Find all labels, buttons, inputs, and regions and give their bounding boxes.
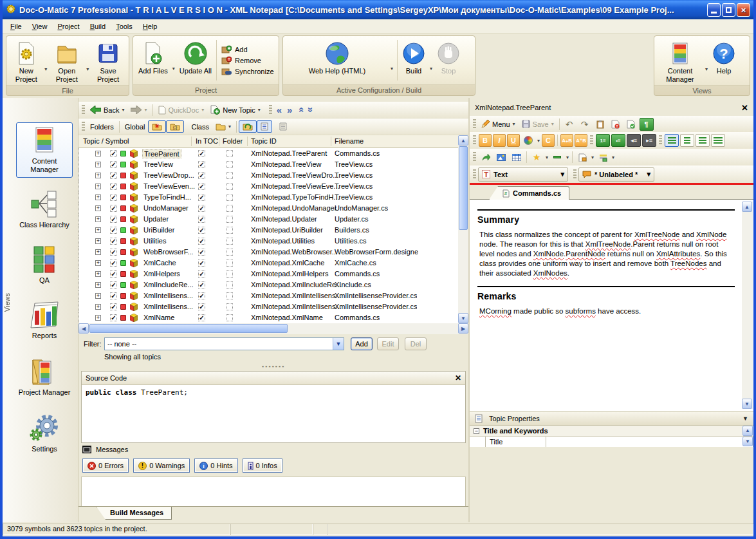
row-checkbox[interactable]: ✓: [110, 270, 117, 278]
insert-section-dropdown[interactable]: ▾: [591, 155, 594, 160]
next-topic-button[interactable]: »: [284, 104, 295, 115]
insert-link-button[interactable]: [479, 151, 493, 164]
properties-scrollbar[interactable]: ▲ ▼: [742, 426, 753, 447]
insert-rule-dropdown[interactable]: ▾: [566, 155, 569, 160]
row-checkbox[interactable]: ✓: [110, 194, 117, 201]
add-files-dropdown[interactable]: ▾: [171, 66, 177, 71]
insert-symbol-button[interactable]: ★: [530, 151, 544, 164]
editor-close-icon[interactable]: ✕: [741, 103, 748, 113]
in-toc-checkbox[interactable]: ✓: [198, 303, 205, 310]
expand-icon[interactable]: +: [95, 238, 101, 244]
source-code-close-icon[interactable]: ✕: [455, 374, 461, 383]
align-left-button[interactable]: [665, 134, 679, 147]
topic-name[interactable]: UndoManager: [142, 204, 190, 212]
align-right-button[interactable]: [696, 134, 710, 147]
insert-symbol-dropdown[interactable]: ▾: [546, 155, 548, 160]
expand-icon[interactable]: +: [95, 282, 101, 288]
in-toc-checkbox[interactable]: ✓: [198, 205, 205, 212]
folder-checkbox[interactable]: [226, 161, 233, 168]
expand-icon[interactable]: +: [95, 315, 101, 321]
topic-table-header[interactable]: Topic / Symbol In TOC Folder Topic ID Fi…: [78, 135, 458, 148]
topic-name[interactable]: Utilities: [142, 237, 167, 245]
text-style-dropdown[interactable]: T Text ▾: [478, 167, 568, 182]
infos-toggle-button[interactable]: 0 Infos: [243, 459, 282, 473]
insert-block-button[interactable]: [596, 151, 610, 164]
add-files-button[interactable]: Add Files: [136, 37, 171, 83]
row-checkbox[interactable]: ✓: [110, 161, 117, 168]
topic-name[interactable]: XmlIntellisens...: [142, 303, 194, 310]
menu-file[interactable]: File: [5, 21, 27, 32]
folder-checkbox[interactable]: [226, 238, 233, 245]
save-project-button[interactable]: Save Project: [90, 37, 126, 84]
hscroll-thumb[interactable]: [89, 324, 288, 333]
web-help-dropdown[interactable]: ▾: [389, 66, 395, 71]
topic-row[interactable]: +✓WebBrowserF...✓XmlNotepad.WebBrowser..…: [78, 247, 458, 258]
sidebar-item-class-hierarchy[interactable]: Class Hierarchy: [16, 186, 73, 233]
next-symbol-button[interactable]: »: [305, 104, 316, 115]
align-center-button[interactable]: [680, 134, 694, 147]
folder-checkbox[interactable]: [226, 281, 233, 288]
folder-checkbox[interactable]: [226, 183, 233, 190]
topic-properties-bar[interactable]: Topic Properties ▼: [470, 411, 753, 425]
topic-row[interactable]: +✓XmlIntellisens...✓XmlNotepad.XmlIntell…: [78, 290, 458, 301]
global-button[interactable]: Global: [122, 122, 149, 132]
bullet-list-button[interactable]: •≡: [611, 134, 625, 147]
source-code-content[interactable]: public class TreeParent;: [82, 384, 465, 442]
expand-icon[interactable]: +: [95, 184, 101, 189]
document-scrollbar[interactable]: ▲ ▼: [742, 202, 753, 409]
topic-row[interactable]: +✓UndoManager✓XmlNotepad.UndoManagerUndo…: [78, 203, 458, 214]
subscript-button[interactable]: A₊B: [560, 134, 573, 147]
topic-row[interactable]: +✓XmlIncludeRe...✓XmlNotepad.XmlIncludeR…: [78, 279, 458, 290]
topic-name[interactable]: XmlIntellisens...: [142, 292, 194, 299]
expand-icon[interactable]: +: [95, 227, 101, 233]
auto-refresh-button[interactable]: [239, 120, 257, 133]
column-topic-symbol[interactable]: Topic / Symbol: [83, 137, 129, 145]
in-toc-checkbox[interactable]: ✓: [198, 314, 205, 321]
maximize-button[interactable]: [722, 3, 735, 17]
expand-icon[interactable]: +: [95, 194, 101, 200]
expand-icon[interactable]: +: [95, 173, 101, 178]
in-toc-checkbox[interactable]: ✓: [198, 270, 205, 278]
approve-topic-button[interactable]: [624, 118, 638, 131]
column-in-toc[interactable]: In TOC: [196, 137, 218, 145]
menu-view[interactable]: View: [27, 21, 53, 32]
folder-checkbox[interactable]: [226, 314, 233, 321]
topic-name[interactable]: TreeParent: [142, 149, 181, 158]
hints-toggle-button[interactable]: i 0 Hints: [194, 459, 237, 473]
properties-collapse-icon[interactable]: ▼: [742, 415, 748, 422]
menu-project[interactable]: Project: [52, 21, 84, 32]
summary-text[interactable]: This class normalizes the concept of par…: [477, 230, 733, 278]
topic-name[interactable]: TreeView: [142, 160, 174, 168]
in-toc-checkbox[interactable]: ✓: [198, 260, 205, 267]
in-toc-checkbox[interactable]: ✓: [198, 150, 205, 157]
topic-name[interactable]: XmlCache: [142, 259, 178, 267]
close-button[interactable]: ×: [737, 3, 750, 17]
sidebar-item-qa[interactable]: QA: [16, 241, 73, 288]
label-state-dropdown[interactable]: * Unlabeled * ▾: [578, 167, 654, 182]
row-checkbox[interactable]: ✓: [110, 205, 117, 212]
sidebar-item-project-manager[interactable]: Project Manager: [16, 352, 73, 401]
expand-icon[interactable]: +: [95, 216, 101, 222]
row-checkbox[interactable]: ✓: [110, 260, 117, 267]
menu-build[interactable]: Build: [85, 21, 111, 32]
scroll-left-button[interactable]: ◀: [78, 323, 89, 334]
filter-dropdown-button[interactable]: ▼: [333, 338, 344, 350]
scroll-down-button[interactable]: ▼: [458, 313, 468, 323]
scroll-up-button[interactable]: ▲: [458, 135, 468, 146]
font-color-button[interactable]: [521, 134, 535, 147]
column-folder[interactable]: Folder: [223, 137, 243, 145]
build-dropdown[interactable]: ▾: [428, 66, 434, 71]
expand-icon[interactable]: +: [95, 293, 101, 299]
topic-name[interactable]: TreeViewDrop...: [142, 171, 196, 179]
folder-checkbox[interactable]: [226, 249, 233, 256]
topic-name[interactable]: TypeToFindH...: [142, 193, 192, 201]
sidebar-item-reports[interactable]: Reports: [16, 297, 73, 344]
in-toc-checkbox[interactable]: ✓: [198, 292, 205, 299]
in-toc-checkbox[interactable]: ✓: [198, 172, 205, 179]
insert-image-button[interactable]: [494, 151, 508, 164]
expand-icon[interactable]: +: [95, 249, 101, 255]
topic-name[interactable]: XmlName: [142, 314, 176, 321]
align-justify-button[interactable]: [711, 134, 725, 147]
in-toc-checkbox[interactable]: ✓: [198, 194, 205, 201]
doc-scroll-down-button[interactable]: ▼: [742, 399, 752, 409]
